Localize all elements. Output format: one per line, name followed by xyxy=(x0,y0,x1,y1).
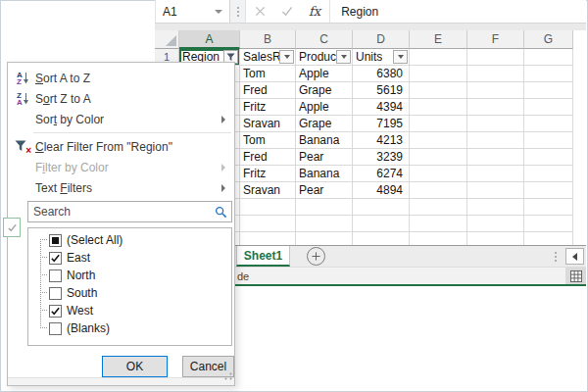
scroll-sheets-left-button[interactable] xyxy=(565,248,584,265)
cell[interactable] xyxy=(410,132,467,149)
cell[interactable] xyxy=(467,166,524,182)
column-header-g[interactable]: G xyxy=(524,30,573,49)
new-sheet-button[interactable] xyxy=(307,247,325,266)
cell[interactable] xyxy=(296,216,353,232)
cell[interactable] xyxy=(524,216,573,232)
filter-value-west[interactable]: West xyxy=(28,302,231,319)
cell[interactable] xyxy=(410,216,467,232)
tab-sheet1[interactable]: Sheet1 xyxy=(236,246,290,267)
cell[interactable] xyxy=(467,99,524,116)
cell[interactable] xyxy=(353,216,410,232)
formula-bar-input[interactable]: Region xyxy=(330,0,586,23)
normal-view-button[interactable] xyxy=(565,268,586,284)
column-header-b[interactable]: B xyxy=(240,30,296,49)
cell-salesrep[interactable]: Tom xyxy=(240,66,296,82)
cell-units[interactable]: 3239 xyxy=(353,149,410,166)
cell[interactable] xyxy=(296,232,353,245)
cell-product[interactable]: Apple xyxy=(296,66,353,82)
cell[interactable] xyxy=(410,99,467,116)
menu-item-sort-a-to-z[interactable]: AZ Sort A to Z xyxy=(8,68,234,88)
tab-options-grip-icon[interactable] xyxy=(552,252,560,262)
cell[interactable] xyxy=(524,232,573,245)
cell[interactable] xyxy=(240,232,296,245)
cell-salesrep[interactable]: Fred xyxy=(240,82,296,99)
product-filter-button[interactable] xyxy=(336,50,351,64)
cell-salesrep[interactable]: Fritz xyxy=(240,166,296,182)
cell-d1-units[interactable]: Units xyxy=(353,49,410,66)
cell-b1-salesrep[interactable]: SalesRe xyxy=(240,49,296,66)
column-header-a[interactable]: A xyxy=(179,30,240,49)
cell[interactable] xyxy=(240,199,296,216)
cell-salesrep[interactable]: Fritz xyxy=(240,99,296,116)
cell[interactable] xyxy=(467,149,524,166)
cell[interactable] xyxy=(410,49,467,66)
cell[interactable] xyxy=(240,216,296,232)
checkbox-checked-icon[interactable] xyxy=(49,252,62,265)
checkbox-checked-icon[interactable] xyxy=(49,305,62,318)
insert-function-icon[interactable]: fx xyxy=(309,4,320,19)
cell-salesrep[interactable]: Sravan xyxy=(240,116,296,132)
units-filter-button[interactable] xyxy=(393,50,408,64)
cell-units[interactable]: 6274 xyxy=(353,166,410,182)
cancel-entry-icon[interactable] xyxy=(255,3,266,21)
cell-units[interactable]: 4394 xyxy=(353,99,410,116)
cell-salesrep[interactable]: Fred xyxy=(240,149,296,166)
cell-product[interactable]: Banana xyxy=(296,132,353,149)
cell[interactable] xyxy=(410,182,467,199)
cell[interactable] xyxy=(410,149,467,166)
search-input[interactable] xyxy=(28,204,215,220)
cell-product[interactable]: Grape xyxy=(296,82,353,99)
checkbox-unchecked-icon[interactable] xyxy=(49,287,62,300)
cell[interactable] xyxy=(467,199,524,216)
cell[interactable] xyxy=(524,99,573,116)
ok-button[interactable]: OK xyxy=(102,356,168,377)
cell-product[interactable]: Apple xyxy=(296,99,353,116)
cell[interactable] xyxy=(524,132,573,149)
select-all-corner[interactable] xyxy=(155,30,179,49)
menu-item-sort-z-to-a[interactable]: ZA Sort Z to A xyxy=(8,88,234,109)
cell-c1-product[interactable]: Product xyxy=(296,49,353,66)
filter-value-select-all[interactable]: (Select All) xyxy=(28,231,231,249)
column-header-e[interactable]: E xyxy=(410,30,467,49)
cell-product[interactable]: Pear xyxy=(296,182,353,199)
cell-units[interactable]: 5619 xyxy=(353,82,410,99)
column-header-d[interactable]: D xyxy=(353,30,410,49)
name-box[interactable]: A1 xyxy=(155,0,230,23)
search-icon[interactable] xyxy=(215,206,231,219)
cell[interactable] xyxy=(353,199,410,216)
enter-entry-icon[interactable] xyxy=(281,3,293,21)
cell[interactable] xyxy=(524,199,573,216)
cell-units[interactable]: 7195 xyxy=(353,116,410,132)
filter-value-blanks[interactable]: (Blanks) xyxy=(28,319,231,337)
checkbox-unchecked-icon[interactable] xyxy=(49,270,62,282)
cell[interactable] xyxy=(467,132,524,149)
cell[interactable] xyxy=(410,232,467,245)
cell[interactable] xyxy=(524,182,573,199)
cell[interactable] xyxy=(467,49,524,66)
cell[interactable] xyxy=(524,82,573,99)
cell[interactable] xyxy=(467,116,524,132)
filter-value-south[interactable]: South xyxy=(28,284,231,302)
menu-item-text-filters[interactable]: Text Filters xyxy=(8,177,234,198)
filter-value-north[interactable]: North xyxy=(28,267,231,284)
cell-units[interactable]: 4894 xyxy=(353,182,410,199)
column-header-c[interactable]: C xyxy=(296,30,353,49)
menu-item-clear-filter[interactable]: × Clear Filter From "Region" xyxy=(8,136,234,157)
cell-salesrep[interactable]: Tom xyxy=(240,132,296,149)
cell[interactable] xyxy=(353,232,410,245)
cell-salesrep[interactable]: Sravan xyxy=(240,182,296,199)
resize-grip-icon[interactable] xyxy=(224,367,232,384)
cell[interactable] xyxy=(467,82,524,99)
menu-item-sort-by-color[interactable]: Sort by Color xyxy=(8,109,234,129)
cell-units[interactable]: 4213 xyxy=(353,132,410,149)
cell[interactable] xyxy=(296,199,353,216)
cell[interactable] xyxy=(410,66,467,82)
cell-product[interactable]: Banana xyxy=(296,166,353,182)
salesrep-filter-button[interactable] xyxy=(279,50,294,64)
floating-check-button[interactable] xyxy=(3,218,21,237)
cell[interactable] xyxy=(410,166,467,182)
cell[interactable] xyxy=(524,116,573,132)
column-header-f[interactable]: F xyxy=(467,30,524,49)
cell[interactable] xyxy=(524,66,573,82)
filter-value-east[interactable]: East xyxy=(28,249,231,267)
